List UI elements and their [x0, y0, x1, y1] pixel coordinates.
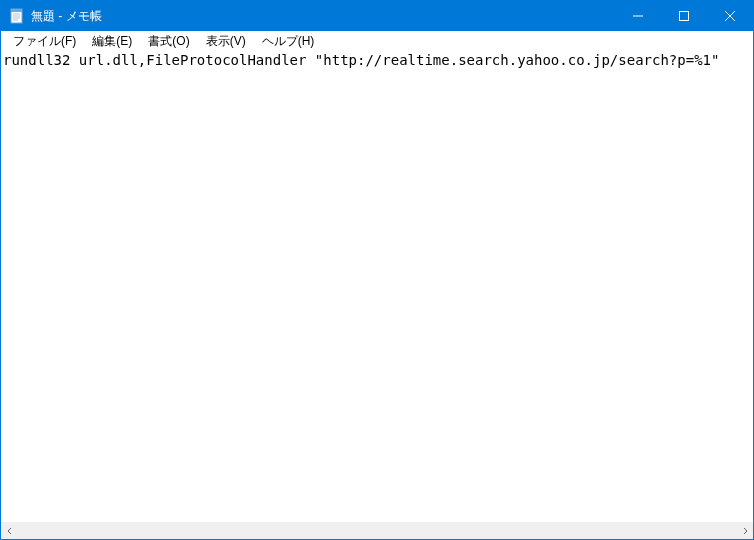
menu-edit[interactable]: 編集(E) — [84, 31, 140, 52]
text-editor[interactable] — [1, 51, 753, 522]
maximize-button[interactable] — [661, 1, 707, 31]
menu-file[interactable]: ファイル(F) — [5, 31, 84, 52]
menu-view[interactable]: 表示(V) — [198, 31, 254, 52]
close-button[interactable] — [707, 1, 753, 31]
editor-area — [1, 51, 753, 539]
menubar: ファイル(F) 編集(E) 書式(O) 表示(V) ヘルプ(H) — [1, 31, 753, 51]
svg-rect-1 — [11, 9, 22, 12]
minimize-button[interactable] — [615, 1, 661, 31]
svg-rect-7 — [680, 12, 689, 21]
horizontal-scrollbar[interactable] — [1, 522, 753, 539]
menu-help[interactable]: ヘルプ(H) — [254, 31, 323, 52]
menu-format[interactable]: 書式(O) — [140, 31, 197, 52]
scroll-track[interactable] — [18, 522, 736, 539]
window-title: 無題 - メモ帳 — [31, 8, 615, 25]
scroll-left-arrow-icon[interactable] — [1, 522, 18, 539]
scroll-right-arrow-icon[interactable] — [736, 522, 753, 539]
titlebar: 無題 - メモ帳 — [1, 1, 753, 31]
window-controls — [615, 1, 753, 31]
notepad-icon — [9, 8, 25, 24]
